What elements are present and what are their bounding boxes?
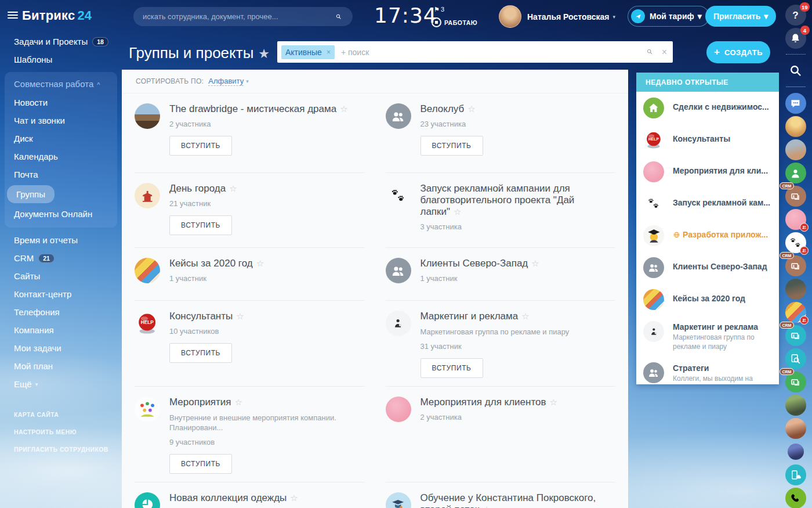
rail-crm-chat[interactable]: CRM <box>785 325 806 346</box>
rail-chat-button[interactable] <box>785 93 806 114</box>
rail-crm-chat[interactable]: CRM <box>785 255 806 276</box>
favorite-star-icon[interactable]: ☆ <box>483 505 490 508</box>
tariff-button[interactable]: Мой тариф ▾ <box>628 6 709 27</box>
group-title[interactable]: Новая коллекция одежды <box>169 492 287 503</box>
group-title[interactable]: День города <box>169 183 226 194</box>
page-favorite-star-icon[interactable]: ★ <box>258 46 270 61</box>
sidebar-item-time-reports[interactable]: Время и отчеты <box>0 231 122 249</box>
group-card[interactable]: День города☆ 21 участник ВСТУПИТЬ <box>135 172 365 247</box>
sidebar-item-my-tasks[interactable]: Мои задачи <box>0 339 122 357</box>
rail-group-chat[interactable] <box>785 232 806 253</box>
group-card[interactable]: Клиенты Северо-Запад☆ 1 участник <box>386 247 616 300</box>
sort-value-dropdown[interactable]: Алфавиту <box>208 77 244 86</box>
group-title[interactable]: The drawbridge - мистическая драма <box>169 103 336 114</box>
rail-crm-chat[interactable]: CRM <box>785 372 806 392</box>
rail-contact[interactable] <box>785 116 806 137</box>
group-title[interactable]: Кейсы за 2020 год <box>169 258 253 269</box>
group-title[interactable]: Велоклуб <box>420 103 465 114</box>
helpdesk-button[interactable]: ? 19 <box>785 5 806 26</box>
rail-contact[interactable] <box>785 418 806 439</box>
recent-item[interactable]: Запуск рекламной кам... <box>636 188 779 219</box>
favorite-star-icon[interactable]: ☆ <box>550 397 557 407</box>
sidebar-item-tasks[interactable]: Задачи и Проекты18 <box>0 33 122 51</box>
group-card[interactable]: Новая коллекция одежды☆ 1 участник <box>135 482 365 508</box>
recent-item[interactable]: Кейсы за 2020 год <box>636 283 779 315</box>
rail-doc-search[interactable] <box>785 348 806 369</box>
group-title[interactable]: Клиенты Северо-Запад <box>420 258 528 269</box>
recent-item[interactable]: Мероприятия для кли... <box>636 156 779 188</box>
invite-button[interactable]: Пригласить ▾ <box>705 6 776 27</box>
join-button[interactable]: ВСТУПИТЬ <box>169 343 232 363</box>
sidebar-item-contact-center[interactable]: Контакт-центр <box>0 285 122 303</box>
sidebar-item-documents[interactable]: Документы Онлайн <box>5 205 117 223</box>
sidebar-item-crm[interactable]: CRM21 <box>0 249 122 267</box>
group-title[interactable]: Мероприятия <box>169 397 231 408</box>
group-card[interactable]: Обучение у Константина Покровского, втор… <box>386 482 616 508</box>
sidebar-link-invite-employees[interactable]: ПРИГЛАСИТЬ СОТРУДНИКОВ <box>0 441 122 458</box>
rail-group-chat[interactable] <box>785 302 806 323</box>
group-title[interactable]: Маркетинг и реклама <box>420 311 519 322</box>
group-card[interactable]: Мероприятия☆ Внутренние и внешние меропр… <box>135 386 365 482</box>
notifications-button[interactable]: 4 <box>785 28 806 49</box>
recent-item[interactable]: Сделки с недвижимос... <box>636 92 779 124</box>
group-card[interactable]: Кейсы за 2020 год☆ 1 участник <box>135 247 365 300</box>
recent-item[interactable]: Маркетинг и реклама Маркетинговая группа… <box>636 315 779 356</box>
rail-search-button[interactable] <box>785 60 806 81</box>
rail-contact[interactable] <box>788 444 804 460</box>
menu-hamburger-icon[interactable] <box>8 12 18 19</box>
flag-counter[interactable]: ⚑3 <box>434 6 444 13</box>
sidebar-item-templates[interactable]: Шаблоны <box>0 51 122 69</box>
sidebar-link-configure-menu[interactable]: НАСТРОИТЬ МЕНЮ <box>0 423 122 441</box>
filter-clear-icon[interactable]: × <box>662 47 667 57</box>
join-button[interactable]: ВСТУПИТЬ <box>420 358 483 378</box>
sidebar-item-telephony[interactable]: Телефония <box>0 303 122 321</box>
group-title[interactable]: Запуск рекламной кампании для благотвори… <box>420 183 575 217</box>
sidebar-item-more[interactable]: Ещё▾ <box>0 375 122 393</box>
sidebar-item-company[interactable]: Компания <box>0 321 122 339</box>
group-card[interactable]: Маркетинг и реклама☆ Маркетинговая групп… <box>386 300 616 386</box>
rail-contact[interactable] <box>785 279 806 300</box>
favorite-star-icon[interactable]: ☆ <box>454 207 461 217</box>
sidebar-item-disk[interactable]: Диск <box>5 129 117 147</box>
global-search[interactable] <box>133 7 353 26</box>
join-button[interactable]: ВСТУПИТЬ <box>169 215 232 235</box>
group-title[interactable]: Консультанты <box>169 311 233 322</box>
filter-search-input[interactable] <box>340 47 646 57</box>
join-button[interactable]: ВСТУПИТЬ <box>169 454 232 474</box>
group-title[interactable]: Обучение у Константина Покровского, втор… <box>420 492 596 508</box>
remove-chip-icon[interactable]: × <box>327 48 331 56</box>
groups-filter-bar[interactable]: Активные× × <box>277 41 673 63</box>
global-search-input[interactable] <box>142 12 335 21</box>
favorite-star-icon[interactable]: ☆ <box>290 493 298 503</box>
work-clock[interactable]: 17:34 <box>374 3 437 27</box>
favorite-star-icon[interactable]: ☆ <box>229 183 237 193</box>
group-title[interactable]: Мероприятия для клиентов <box>420 397 546 408</box>
search-icon[interactable] <box>335 12 345 21</box>
rail-contact[interactable] <box>785 139 806 160</box>
work-status-button[interactable]: РАБОТАЮ <box>432 17 477 27</box>
recent-item[interactable]: Стратеги Коллеги, мы выходим на рынок сн… <box>636 356 779 384</box>
favorite-star-icon[interactable]: ☆ <box>340 104 347 114</box>
recent-item[interactable]: HELP Консультанты <box>636 124 779 156</box>
group-card[interactable]: Мероприятия для клиентов☆ 2 участника <box>386 386 616 482</box>
recent-item[interactable]: Клиенты Северо-Запад <box>636 251 779 283</box>
favorite-star-icon[interactable]: ☆ <box>521 311 529 321</box>
group-card[interactable]: Велоклуб☆ 23 участника ВСТУПИТЬ <box>386 93 616 172</box>
sidebar-item-sites[interactable]: Сайты <box>0 267 122 285</box>
group-card[interactable]: The drawbridge - мистическая драма☆ 2 уч… <box>135 93 365 172</box>
favorite-star-icon[interactable]: ☆ <box>236 311 244 321</box>
favorite-star-icon[interactable]: ☆ <box>235 397 242 407</box>
sidebar-item-mail[interactable]: Почта <box>5 165 117 183</box>
app-logo[interactable]: Битрикс24 <box>22 8 92 23</box>
favorite-star-icon[interactable]: ☆ <box>467 104 475 114</box>
user-menu[interactable]: Наталья Ростовская ▾ <box>499 5 615 28</box>
sidebar-item-news[interactable]: Новости <box>5 93 117 111</box>
filter-chip-active[interactable]: Активные× <box>281 45 335 59</box>
rail-group-chat[interactable] <box>785 209 806 230</box>
create-group-button[interactable]: + СОЗДАТЬ <box>706 41 770 63</box>
sidebar-link-sitemap[interactable]: КАРТА САЙТА <box>0 406 122 423</box>
group-card[interactable]: HELP Консультанты☆ 10 участников ВСТУПИТ… <box>135 300 365 386</box>
rail-telephony[interactable] <box>785 488 806 508</box>
sidebar-section-header[interactable]: Совместная работа^ <box>5 74 117 93</box>
favorite-star-icon[interactable]: ☆ <box>531 258 539 268</box>
